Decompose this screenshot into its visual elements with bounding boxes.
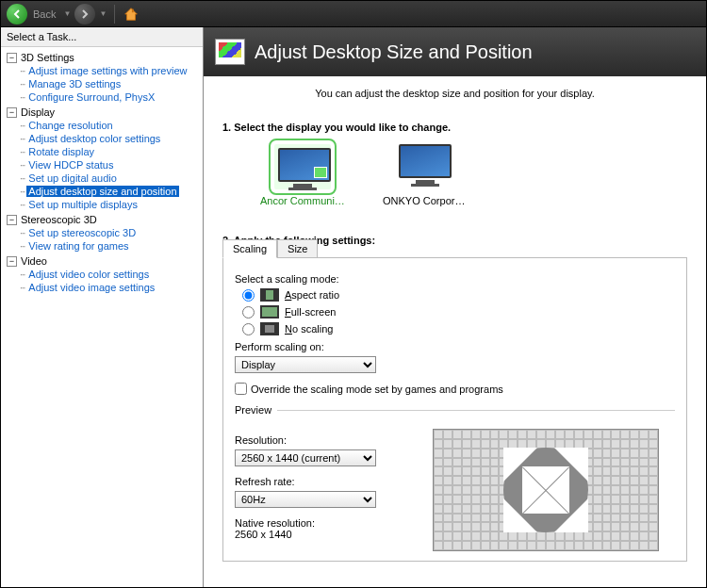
preview-fieldset: Preview Resolution: 2560 x 1440 (current… xyxy=(235,404,675,551)
tree-item[interactable]: ···Configure Surround, PhysX xyxy=(20,90,201,104)
tree-link[interactable]: Change resolution xyxy=(26,120,114,131)
collapse-icon[interactable]: − xyxy=(7,215,17,225)
home-icon[interactable] xyxy=(123,6,140,23)
scaling-mode-label: Full-screen xyxy=(285,306,336,318)
tree-link[interactable]: Manage 3D settings xyxy=(26,78,123,90)
scaling-mode-radio[interactable] xyxy=(242,289,255,302)
back-button[interactable] xyxy=(7,4,27,24)
tree-item[interactable]: ···Adjust image settings with preview xyxy=(20,64,201,77)
tree-group-video[interactable]: −Video xyxy=(3,254,201,268)
override-checkbox[interactable] xyxy=(235,383,247,395)
resolution-select[interactable]: 2560 x 1440 (current) xyxy=(235,449,376,466)
resolution-label: Resolution: xyxy=(235,434,404,446)
scaling-mode-icon xyxy=(260,305,279,318)
tree-link[interactable]: View HDCP status xyxy=(26,159,115,171)
refresh-select[interactable]: 60Hz xyxy=(235,491,376,508)
tree-item[interactable]: ···Set up multiple displays xyxy=(20,198,201,211)
display-label: Ancor Communic... xyxy=(260,195,345,206)
forward-dropdown-icon[interactable]: ▼ xyxy=(99,9,107,18)
native-res-label: Native resolution: xyxy=(235,517,404,529)
scaling-mode-radio[interactable] xyxy=(242,306,255,318)
forward-button[interactable] xyxy=(74,4,95,24)
display-item[interactable]: Ancor Communic... xyxy=(260,144,345,206)
tree-link[interactable]: Configure Surround, PhysX xyxy=(26,91,156,103)
task-tree: −3D Settings···Adjust image settings wit… xyxy=(1,47,203,300)
task-sidebar: Select a Task... −3D Settings···Adjust i… xyxy=(1,27,204,588)
tree-link[interactable]: View rating for games xyxy=(26,240,130,252)
scaling-mode-option[interactable]: No scaling xyxy=(242,322,675,335)
tree-link[interactable]: Set up multiple displays xyxy=(26,199,140,210)
tree-item[interactable]: ···View HDCP status xyxy=(20,158,201,172)
tree-group-display[interactable]: −Display xyxy=(3,106,201,119)
collapse-icon[interactable]: − xyxy=(7,256,17,267)
perform-scaling-label: Perform scaling on: xyxy=(235,341,675,352)
tree-link[interactable]: Adjust video image settings xyxy=(26,282,156,293)
display-item[interactable]: ONKYO Corporatio... xyxy=(383,144,468,206)
scaling-mode-radio[interactable] xyxy=(242,323,255,335)
page-intro: You can adjust the desktop size and posi… xyxy=(222,88,687,99)
tree-link[interactable]: Adjust desktop color settings xyxy=(26,133,162,144)
sidebar-header: Select a Task... xyxy=(1,27,203,47)
settings-panel: Scaling Size Select a scaling mode: Aspe… xyxy=(222,257,687,562)
scaling-mode-label: No scaling xyxy=(285,323,333,335)
tree-link[interactable]: Set up digital audio xyxy=(26,172,119,184)
tree-group-3d-settings[interactable]: −3D Settings xyxy=(3,51,201,64)
tree-link[interactable]: Adjust video color settings xyxy=(26,269,151,280)
scaling-mode-option[interactable]: Aspect ratio xyxy=(242,288,675,302)
tree-item[interactable]: ···Rotate display xyxy=(20,145,201,158)
collapse-icon[interactable]: − xyxy=(7,107,17,118)
scaling-mode-icon xyxy=(260,322,279,335)
content-pane: Adjust Desktop Size and Position You can… xyxy=(204,27,706,588)
tree-item[interactable]: ···Set up stereoscopic 3D xyxy=(20,226,201,239)
page-title-icon xyxy=(215,39,245,65)
back-label: Back xyxy=(33,8,56,20)
tree-item[interactable]: ···Adjust video color settings xyxy=(20,268,201,281)
scaling-mode-label: Aspect ratio xyxy=(285,289,339,301)
preview-pattern xyxy=(433,429,659,551)
display-label: ONKYO Corporatio... xyxy=(383,195,468,206)
perform-scaling-select[interactable]: Display xyxy=(235,356,376,373)
tree-link[interactable]: Rotate display xyxy=(26,146,96,157)
tree-link[interactable]: Set up stereoscopic 3D xyxy=(26,227,138,238)
tree-item[interactable]: ···Change resolution xyxy=(20,119,201,132)
scaling-mode-option[interactable]: Full-screen xyxy=(242,305,675,318)
native-res-value: 2560 x 1440 xyxy=(235,529,404,540)
step1-heading: 1. Select the display you would like to … xyxy=(222,122,687,133)
page-title-bar: Adjust Desktop Size and Position xyxy=(204,27,706,76)
display-list: Ancor Communic...ONKYO Corporatio... xyxy=(260,144,687,206)
scaling-mode-label: Select a scaling mode: xyxy=(235,273,675,285)
tree-group-stereoscopic-3d[interactable]: −Stereoscopic 3D xyxy=(3,213,201,226)
tree-link[interactable]: Adjust desktop size and position xyxy=(26,186,178,197)
toolbar-divider xyxy=(114,5,115,24)
nav-toolbar: Back ▼ ▼ xyxy=(1,1,706,27)
tree-item[interactable]: ···Manage 3D settings xyxy=(20,77,201,90)
back-dropdown-icon[interactable]: ▼ xyxy=(63,9,71,18)
tab-scaling[interactable]: Scaling xyxy=(222,239,277,258)
tree-item[interactable]: ···Adjust desktop size and position xyxy=(20,185,201,198)
override-label: Override the scaling mode set by games a… xyxy=(251,384,503,395)
collapse-icon[interactable]: − xyxy=(7,53,17,63)
page-title: Adjust Desktop Size and Position xyxy=(255,41,533,63)
tab-size[interactable]: Size xyxy=(277,239,318,258)
tree-item[interactable]: ···Adjust video image settings xyxy=(20,281,201,294)
tree-item[interactable]: ···View rating for games xyxy=(20,239,201,253)
refresh-label: Refresh rate: xyxy=(235,476,404,487)
tree-link[interactable]: Adjust image settings with preview xyxy=(26,65,189,76)
tree-item[interactable]: ···Set up digital audio xyxy=(20,172,201,185)
preview-legend: Preview xyxy=(235,404,277,416)
tree-item[interactable]: ···Adjust desktop color settings xyxy=(20,132,201,145)
scaling-mode-icon xyxy=(260,288,279,302)
svg-rect-0 xyxy=(132,8,134,12)
settings-tabs: Scaling Size xyxy=(222,239,318,258)
